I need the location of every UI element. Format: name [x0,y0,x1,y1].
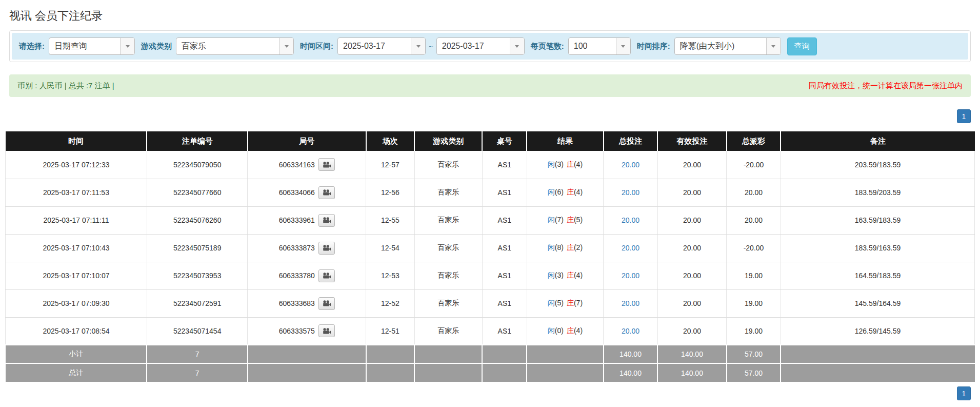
cell-payout: -20.00 [727,234,781,262]
date-from-select[interactable]: 2025-03-17 [337,37,426,55]
total-row: 总计 7 140.00 140.00 57.00 [6,363,975,382]
cell-total-bet: 20.00 [604,262,658,289]
video-replay-button[interactable] [318,242,335,255]
table-row: 2025-03-17 07:12:33 522345079050 6063341… [6,151,975,179]
page-title: 视讯 会员下注纪录 [9,8,971,24]
cell-valid-bet: 20.00 [657,234,726,262]
cell-session: 12-52 [366,289,415,317]
cell-round-id: 606333780 [248,262,366,289]
cell-remark: 203.59/183.59 [781,151,974,179]
cell-game-type: 百家乐 [414,289,482,317]
subtotal-count: 7 [147,345,248,363]
cell-payout: -20.00 [727,151,781,179]
summary-bar: 币别 : 人民币 | 总共 :7 注单 | 同局有效投注，统一计算在该局第一张注… [9,74,971,97]
pagination-page-button[interactable]: 1 [957,386,971,400]
col-header-result: 结果 [527,131,603,151]
cell-session: 12-57 [366,151,415,179]
subtotal-payout: 57.00 [727,345,781,363]
game-type-select[interactable]: 百家乐 [176,37,294,55]
result-player-value: 0 [555,326,564,335]
currency-total-summary: 币别 : 人民币 | 总共 :7 注单 | [17,81,114,91]
result-player-value: 8 [555,243,564,251]
cell-valid-bet: 20.00 [657,317,726,345]
result-banker-label: 庄 [567,326,574,335]
subtotal-empty-cell [482,345,527,363]
chevron-down-icon [510,38,524,54]
result-player-value: 7 [555,216,564,224]
cell-total-bet: 20.00 [604,234,658,262]
cell-valid-bet: 20.00 [657,206,726,234]
cell-table-no: AS1 [482,234,527,262]
cell-total-bet: 20.00 [604,317,658,345]
video-replay-button[interactable] [318,158,335,171]
total-empty-cell [527,363,603,382]
cell-table-no: AS1 [482,151,527,179]
date-range-separator: ~ [429,42,433,51]
result-banker-value: 4 [574,188,583,196]
total-bet-link[interactable]: 20.00 [622,161,639,169]
subtotal-empty-cell [781,345,974,363]
total-bet-link[interactable]: 20.00 [622,299,639,307]
video-replay-button[interactable] [318,269,335,282]
round-id-value: 606333575 [279,327,315,335]
result-player-value: 3 [555,160,564,168]
cell-payout: 20.00 [727,206,781,234]
cell-table-no: AS1 [482,206,527,234]
cell-bet-id: 522345073953 [147,262,248,289]
total-bet-link[interactable]: 20.00 [622,244,639,252]
round-id-value: 606333683 [279,299,315,307]
cell-total-bet: 20.00 [604,289,658,317]
result-player-label: 闲 [548,216,555,224]
cell-remark: 183.59/163.59 [781,234,974,262]
cell-game-type: 百家乐 [414,151,482,179]
time-sort-select[interactable]: 降冪(由大到小) [674,37,781,55]
filter-panel: 请选择: 日期查询 游戏类别 百家乐 时间区间: 2025-03-17 ~ 20… [9,30,971,62]
result-player-label: 闲 [548,160,555,168]
query-type-select[interactable]: 日期查询 [49,37,135,55]
total-total-bet: 140.00 [604,363,658,382]
round-id-value: 606333961 [279,216,315,224]
date-to-select[interactable]: 2025-03-17 [436,37,525,55]
pagination-top: 1 [9,109,971,123]
subtotal-total-bet: 140.00 [604,345,658,363]
result-banker-value: 4 [574,271,583,279]
video-camera-icon [323,328,331,334]
cell-bet-id: 522345072591 [147,289,248,317]
chevron-down-icon [766,38,781,54]
video-camera-icon [323,300,331,306]
result-banker-value: 2 [574,243,583,251]
search-button[interactable]: 查询 [787,37,817,55]
cell-table-no: AS1 [482,289,527,317]
table-row: 2025-03-17 07:10:07 522345073953 6063337… [6,262,975,289]
cell-payout: 20.00 [727,179,781,206]
video-camera-icon [323,273,331,279]
cell-valid-bet: 20.00 [657,151,726,179]
pagination-page-button[interactable]: 1 [957,109,971,123]
table-row: 2025-03-17 07:09:30 522345072591 6063336… [6,289,975,317]
page-size-label: 每页笔数: [531,42,564,51]
chevron-down-icon [120,38,134,54]
cell-total-bet: 20.00 [604,206,658,234]
col-header-time: 时间 [6,131,147,151]
cell-remark: 164.59/183.59 [781,262,974,289]
total-bet-link[interactable]: 20.00 [622,216,639,224]
video-replay-button[interactable] [318,324,335,337]
video-camera-icon [323,189,331,196]
video-replay-button[interactable] [318,214,335,227]
total-bet-link[interactable]: 20.00 [622,327,639,335]
video-replay-button[interactable] [318,186,335,199]
total-bet-link[interactable]: 20.00 [622,188,639,197]
cell-remark: 145.59/164.59 [781,289,974,317]
cell-game-type: 百家乐 [414,234,482,262]
video-camera-icon [323,217,331,223]
total-bet-link[interactable]: 20.00 [622,272,639,280]
result-banker-label: 庄 [567,271,574,279]
cell-bet-id: 522345076260 [147,206,248,234]
subtotal-valid-bet: 140.00 [657,345,726,363]
cell-time: 2025-03-17 07:11:53 [6,179,147,206]
chevron-down-icon [411,38,425,54]
page-size-select[interactable]: 100 [568,37,631,55]
result-player-label: 闲 [548,243,555,251]
video-replay-button[interactable] [318,297,335,310]
cell-bet-id: 522345071454 [147,317,248,345]
